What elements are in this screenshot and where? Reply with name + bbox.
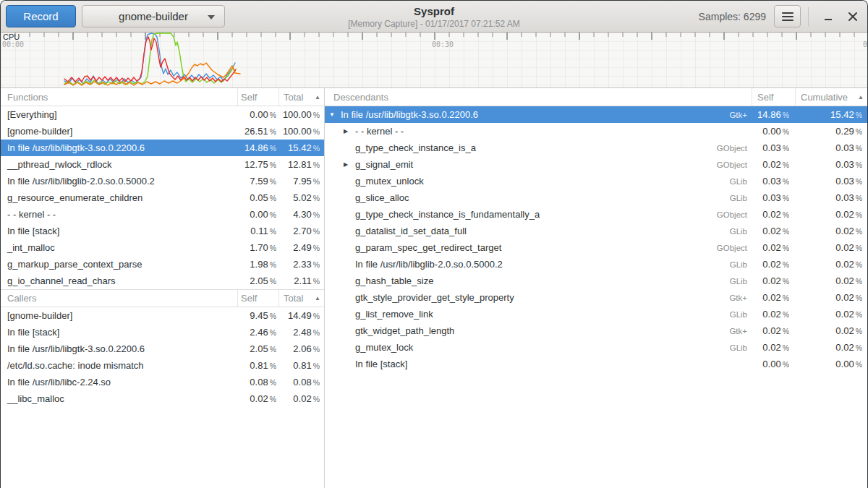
percent-sign: % — [313, 111, 320, 119]
table-row[interactable]: In file /usr/lib/libc-2.24.so0.08%0.08% — [1, 374, 324, 390]
total-column-header[interactable]: Total ▲ — [278, 88, 324, 106]
percent-sign: % — [313, 177, 320, 186]
total-percent-cell: 2.33% — [278, 259, 324, 270]
table-row[interactable]: /etc/ld.so.cache: inode mismatch0.81%0.8… — [1, 357, 324, 374]
table-row[interactable]: In file /usr/lib/libgtk-3.so.0.2200.62.0… — [1, 341, 324, 357]
self-percent-cell: 14.86% — [752, 109, 795, 120]
record-button[interactable]: Record — [6, 5, 76, 27]
tree-row[interactable]: gtk_style_provider_get_style_propertyGtk… — [325, 289, 867, 306]
table-row[interactable]: In file /usr/lib/libgtk-3.so.0.2200.614.… — [1, 140, 324, 156]
expander-closed-icon[interactable]: ▶ — [344, 128, 355, 134]
cumulative-percent-cell: 15.42% — [795, 109, 867, 120]
self-percent-cell: 26.51% — [237, 126, 278, 137]
percent-sign: % — [783, 327, 789, 335]
self-percent-cell: 0.05% — [237, 192, 278, 203]
total-percent-cell: 100.00% — [278, 109, 324, 120]
table-row[interactable]: [gnome-builder]9.45%14.49% — [1, 307, 324, 324]
percent-sign: % — [270, 244, 276, 252]
percent-sign: % — [270, 210, 276, 219]
self-percent-cell: 0.03% — [752, 142, 795, 153]
self-column-header[interactable]: Self — [237, 88, 278, 106]
tree-row[interactable]: ▶g_signal_emitGObject0.02%0.03% — [325, 156, 867, 173]
descendants-column-header[interactable]: Descendants — [325, 88, 752, 106]
cumulative-column-header[interactable]: Cumulative ▲ — [795, 88, 867, 106]
tree-row[interactable]: g_list_remove_linkGLib0.02%0.02% — [325, 306, 867, 322]
percent-sign: % — [783, 310, 789, 319]
tree-row[interactable]: g_slice_allocGLib0.03%0.03% — [325, 189, 867, 206]
table-row[interactable]: g_resource_enumerate_children0.05%5.02% — [1, 189, 324, 206]
percent-sign: % — [313, 345, 320, 354]
minimize-icon — [823, 12, 833, 22]
percent-sign: % — [313, 194, 320, 202]
percent-sign: % — [270, 227, 276, 236]
function-name-cell: g_datalist_id_set_data_fullGLib — [325, 226, 752, 236]
tree-row[interactable]: In file [stack]0.00%0.00% — [325, 356, 867, 372]
self-percent-cell: 0.03% — [752, 176, 795, 187]
expander-open-icon[interactable]: ▼ — [329, 111, 341, 118]
tree-row[interactable]: g_datalist_id_set_data_fullGLib0.02%0.02… — [325, 223, 867, 239]
self-percent-cell: 7.59% — [237, 176, 278, 187]
function-name-cell: ▼In file /usr/lib/libgtk-3.so.0.2200.6Gt… — [325, 109, 752, 120]
self-column-header[interactable]: Self — [752, 88, 795, 106]
tree-row[interactable]: gtk_widget_path_lengthGtk+0.02%0.02% — [325, 322, 867, 339]
cumulative-percent-cell: 0.03% — [795, 159, 867, 170]
close-button[interactable] — [844, 8, 861, 25]
table-row[interactable]: In file [stack]0.11%2.70% — [1, 223, 324, 239]
self-percent-cell: 1.98% — [237, 259, 278, 270]
library-badge: GLib — [730, 227, 752, 236]
table-row[interactable]: In file [stack]2.46%2.48% — [1, 324, 324, 341]
total-percent-cell: 12.81% — [278, 159, 324, 170]
total-percent-cell: 2.49% — [278, 242, 324, 253]
cumulative-percent-cell: 0.02% — [795, 259, 867, 270]
tree-row[interactable]: ▶- - kernel - -0.00%0.29% — [325, 123, 867, 140]
table-row[interactable]: g_markup_parse_context_parse1.98%2.33% — [1, 256, 324, 273]
percent-sign: % — [856, 210, 862, 219]
total-percent-cell: 0.08% — [278, 377, 324, 388]
table-row[interactable]: [gnome-builder]26.51%100.00% — [1, 123, 324, 140]
chevron-down-icon — [208, 15, 215, 20]
functions-column-header[interactable]: Functions — [1, 88, 237, 106]
tree-row[interactable]: g_type_check_instance_is_aGObject0.03%0.… — [325, 140, 867, 156]
self-percent-cell: 0.00% — [237, 209, 278, 220]
self-percent-cell: 0.11% — [237, 226, 278, 236]
cumulative-percent-cell: 0.02% — [795, 242, 867, 253]
self-column-header[interactable]: Self — [237, 290, 278, 307]
function-name-cell: _int_malloc — [1, 242, 237, 253]
table-row[interactable]: g_io_channel_read_chars2.05%2.11% — [1, 273, 324, 289]
tree-row[interactable]: g_param_spec_get_redirect_targetGObject0… — [325, 239, 867, 256]
tree-row[interactable]: g_type_check_instance_is_fundamentally_a… — [325, 206, 867, 223]
tree-row[interactable]: ▼In file /usr/lib/libgtk-3.so.0.2200.6Gt… — [325, 106, 867, 123]
table-row[interactable]: [Everything]0.00%100.00% — [1, 106, 324, 123]
tree-row[interactable]: g_hash_table_sizeGLib0.02%0.02% — [325, 273, 867, 289]
function-name-cell: In file [stack] — [1, 226, 237, 236]
total-percent-cell: 14.49% — [278, 310, 324, 321]
self-percent-cell: 0.02% — [752, 159, 795, 170]
callers-column-header[interactable]: Callers — [1, 290, 237, 307]
function-name-cell: In file /usr/lib/libgtk-3.so.0.2200.6 — [1, 142, 237, 153]
tree-row[interactable]: g_mutex_lockGLib0.02%0.02% — [325, 339, 867, 356]
function-name-cell: In file [stack] — [325, 359, 752, 369]
tree-row[interactable]: g_mutex_unlockGLib0.03%0.03% — [325, 173, 867, 189]
function-name-cell: gtk_widget_path_lengthGtk+ — [325, 325, 752, 336]
table-row[interactable]: __pthread_rwlock_rdlock12.75%12.81% — [1, 156, 324, 173]
process-selector-dropdown[interactable]: gnome-builder — [82, 5, 225, 27]
function-name-cell: g_resource_enumerate_children — [1, 192, 237, 203]
table-row[interactable]: In file /usr/lib/libglib-2.0.so.0.5000.2… — [1, 173, 324, 189]
minimize-button[interactable] — [820, 8, 837, 25]
process-selector-label: gnome-builder — [119, 10, 188, 22]
function-name-cell: __pthread_rwlock_rdlock — [1, 159, 237, 170]
menu-button[interactable] — [774, 5, 801, 27]
sort-ascending-icon: ▲ — [315, 94, 324, 100]
expander-closed-icon[interactable]: ▶ — [344, 161, 355, 168]
percent-sign: % — [783, 360, 789, 369]
percent-sign: % — [783, 160, 789, 169]
percent-sign: % — [856, 310, 862, 319]
percent-sign: % — [270, 395, 276, 403]
total-column-header[interactable]: Total ▲ — [278, 290, 324, 307]
table-row[interactable]: __libc_malloc0.02%0.02% — [1, 390, 324, 407]
tree-row[interactable]: In file /usr/lib/libglib-2.0.so.0.5000.2… — [325, 256, 867, 273]
close-icon — [848, 12, 858, 22]
table-row[interactable]: - - kernel - -0.00%4.30% — [1, 206, 324, 223]
cpu-timeline-graph[interactable]: CPU 00:00 00:30 01:00 — [1, 33, 867, 88]
table-row[interactable]: _int_malloc1.70%2.49% — [1, 239, 324, 256]
